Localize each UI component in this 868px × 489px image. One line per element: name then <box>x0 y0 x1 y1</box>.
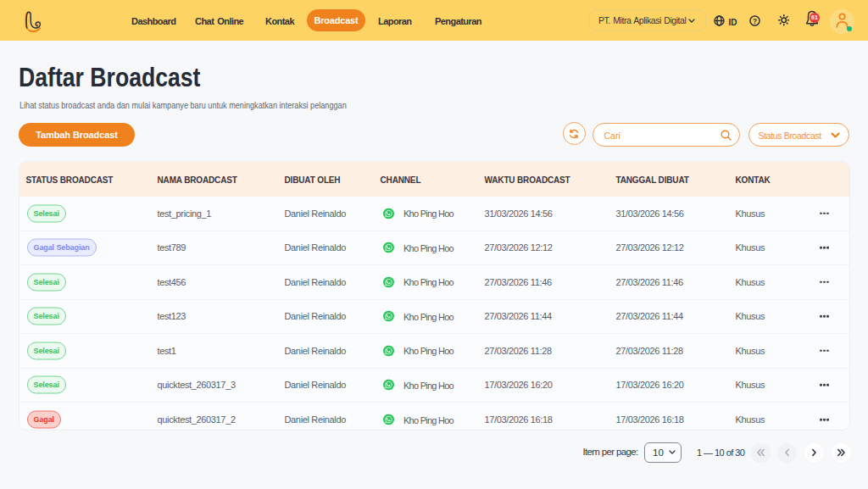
svg-text:?: ? <box>753 18 757 25</box>
